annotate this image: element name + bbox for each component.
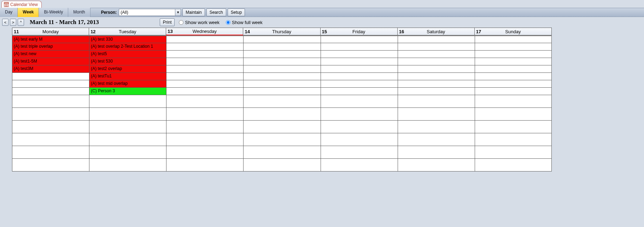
day-header[interactable]: 13Wednesday: [166, 28, 243, 35]
calendar-event[interactable]: (C) Person 3: [89, 88, 166, 95]
calendar-slot[interactable]: [475, 121, 551, 133]
calendar-slot[interactable]: [398, 95, 475, 108]
calendar-event[interactable]: (A) test new: [12, 51, 89, 58]
calendar-slot[interactable]: [166, 88, 243, 95]
day-header[interactable]: 12Tuesday: [89, 28, 166, 35]
calendar-event[interactable]: (A) test overlap 2-Test Location 1: [89, 43, 166, 51]
calendar-slot[interactable]: [321, 36, 398, 43]
calendar-slot[interactable]: [12, 108, 89, 121]
calendar-slot[interactable]: [398, 51, 475, 58]
calendar-slot[interactable]: [321, 43, 398, 51]
calendar-slot[interactable]: [166, 73, 243, 80]
calendar-slot[interactable]: [244, 108, 320, 121]
document-tab-calendar-view[interactable]: Calendar View: [1, 1, 42, 8]
calendar-event[interactable]: (A) test1-5M: [12, 58, 89, 65]
calendar-slot[interactable]: [398, 146, 475, 159]
person-select-input[interactable]: [119, 9, 181, 16]
calendar-slot[interactable]: [398, 58, 475, 65]
day-header[interactable]: 11Monday: [12, 28, 89, 35]
calendar-slot[interactable]: [166, 51, 243, 58]
calendar-slot[interactable]: [12, 133, 89, 146]
view-biweekly-button[interactable]: Bi-Weekly: [39, 8, 68, 17]
calendar-slot[interactable]: [89, 159, 166, 171]
calendar-slot[interactable]: [475, 43, 551, 51]
up-button[interactable]: ^: [18, 19, 24, 26]
day-header[interactable]: 14Thursday: [243, 28, 320, 35]
search-button[interactable]: Search: [206, 8, 226, 16]
calendar-slot[interactable]: [321, 73, 398, 80]
calendar-event[interactable]: (A) test 330: [89, 36, 166, 43]
calendar-slot[interactable]: [475, 51, 551, 58]
calendar-slot[interactable]: [398, 43, 475, 51]
calendar-slot[interactable]: [398, 108, 475, 121]
calendar-slot[interactable]: [475, 108, 551, 121]
calendar-slot[interactable]: [244, 43, 320, 51]
calendar-slot[interactable]: [166, 65, 243, 73]
calendar-slot[interactable]: [89, 133, 166, 146]
calendar-slot[interactable]: [12, 121, 89, 133]
maintain-button[interactable]: Maintain: [182, 8, 205, 16]
calendar-slot[interactable]: [244, 133, 320, 146]
person-select[interactable]: ▼: [119, 9, 181, 16]
calendar-slot[interactable]: [89, 95, 166, 108]
calendar-slot[interactable]: [166, 36, 243, 43]
calendar-slot[interactable]: [398, 88, 475, 95]
show-work-week-radio-input[interactable]: [179, 20, 183, 25]
calendar-slot[interactable]: [166, 159, 243, 171]
calendar-slot[interactable]: [244, 36, 320, 43]
print-button[interactable]: Print: [160, 18, 175, 26]
calendar-slot[interactable]: [12, 73, 89, 80]
calendar-slot[interactable]: [89, 146, 166, 159]
calendar-slot[interactable]: [244, 95, 320, 108]
calendar-slot[interactable]: [244, 121, 320, 133]
calendar-slot[interactable]: [321, 108, 398, 121]
calendar-slot[interactable]: [475, 36, 551, 43]
calendar-slot[interactable]: [475, 159, 551, 171]
calendar-slot[interactable]: [166, 43, 243, 51]
calendar-slot[interactable]: [475, 133, 551, 146]
calendar-slot[interactable]: [321, 159, 398, 171]
calendar-slot[interactable]: [398, 80, 475, 88]
calendar-slot[interactable]: [321, 121, 398, 133]
calendar-slot[interactable]: [321, 58, 398, 65]
calendar-slot[interactable]: [89, 121, 166, 133]
calendar-slot[interactable]: [12, 159, 89, 171]
show-full-week-radio-input[interactable]: [226, 20, 230, 25]
show-work-week-radio[interactable]: Show work week: [179, 20, 219, 25]
calendar-slot[interactable]: [321, 51, 398, 58]
calendar-slot[interactable]: [321, 133, 398, 146]
calendar-slot[interactable]: [475, 88, 551, 95]
calendar-slot[interactable]: [398, 121, 475, 133]
calendar-slot[interactable]: [475, 65, 551, 73]
prev-button[interactable]: <: [2, 19, 8, 26]
calendar-slot[interactable]: [244, 88, 320, 95]
calendar-slot[interactable]: [244, 51, 320, 58]
next-button[interactable]: >: [10, 19, 16, 26]
calendar-slot[interactable]: [12, 95, 89, 108]
calendar-slot[interactable]: [166, 95, 243, 108]
calendar-slot[interactable]: [166, 80, 243, 88]
calendar-slot[interactable]: [321, 146, 398, 159]
calendar-slot[interactable]: [398, 65, 475, 73]
calendar-slot[interactable]: [321, 88, 398, 95]
calendar-event[interactable]: (A) test triple overlap: [12, 43, 89, 51]
calendar-slot[interactable]: [398, 133, 475, 146]
view-week-button[interactable]: Week: [18, 8, 39, 17]
setup-button[interactable]: Setup: [228, 8, 245, 16]
calendar-slot[interactable]: [12, 146, 89, 159]
calendar-slot[interactable]: [475, 95, 551, 108]
calendar-slot[interactable]: [475, 73, 551, 80]
day-header[interactable]: 16Saturday: [398, 28, 475, 35]
calendar-slot[interactable]: [12, 88, 89, 95]
calendar-event[interactable]: (A) test 530: [89, 58, 166, 65]
day-header[interactable]: 17Sunday: [475, 28, 552, 35]
calendar-slot[interactable]: [475, 80, 551, 88]
calendar-slot[interactable]: [166, 108, 243, 121]
calendar-slot[interactable]: [321, 95, 398, 108]
calendar-event[interactable]: (A) test2 overlap: [89, 65, 166, 73]
day-header[interactable]: 15Friday: [321, 28, 398, 35]
calendar-slot[interactable]: [244, 58, 320, 65]
calendar-slot[interactable]: [166, 121, 243, 133]
calendar-slot[interactable]: [12, 80, 89, 88]
calendar-slot[interactable]: [398, 73, 475, 80]
